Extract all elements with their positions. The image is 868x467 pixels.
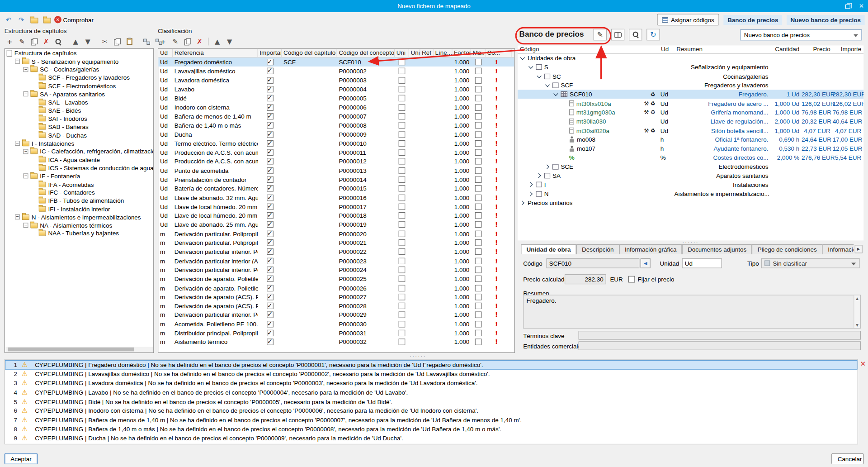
uni1-checkbox[interactable] bbox=[399, 276, 406, 282]
tab-informaci-[interactable]: Informació bbox=[822, 244, 854, 254]
undo-icon[interactable]: ↶ bbox=[3, 14, 14, 24]
chevron-right-icon[interactable] bbox=[545, 164, 550, 169]
ma-checkbox[interactable] bbox=[475, 203, 482, 210]
importar-checkbox[interactable] bbox=[267, 176, 274, 183]
redo-icon[interactable]: ↷ bbox=[16, 14, 27, 24]
chevron-right-icon[interactable] bbox=[528, 191, 533, 196]
importar-checkbox[interactable] bbox=[267, 267, 274, 273]
ma-checkbox[interactable] bbox=[475, 330, 482, 337]
importar-checkbox[interactable] bbox=[267, 330, 274, 337]
uni1-checkbox[interactable] bbox=[399, 185, 406, 192]
ma-checkbox[interactable] bbox=[475, 230, 482, 237]
classification-row[interactable]: UdBañera de 1,40 m o másP00000081.000! bbox=[158, 121, 514, 130]
close-warnings-button[interactable]: ✕ bbox=[860, 360, 866, 368]
classification-row[interactable]: UdDuchaP00000091.000! bbox=[158, 130, 514, 139]
chapter-tree-node[interactable]: SCE - Electrodomésticos bbox=[5, 81, 153, 90]
uni1-checkbox[interactable] bbox=[399, 239, 406, 246]
fijar-precio-checkbox[interactable] bbox=[628, 276, 635, 283]
classification-row[interactable]: mDistribuidor principal. Polipropil...P0… bbox=[158, 329, 514, 338]
importar-checkbox[interactable] bbox=[267, 104, 274, 111]
horizontal-scrollbar[interactable] bbox=[5, 347, 153, 352]
ma-checkbox[interactable] bbox=[475, 212, 482, 219]
chapter-tree-node[interactable]: −SA - Aparatos sanitarios bbox=[5, 90, 153, 98]
importar-checkbox[interactable] bbox=[267, 77, 274, 84]
classification-row[interactable]: mDerivación particular. Polipropil...P00… bbox=[158, 238, 514, 247]
ma-checkbox[interactable] bbox=[475, 167, 482, 174]
chevron-down-icon[interactable] bbox=[520, 56, 525, 61]
bank-row[interactable]: mt30sif020a⚒♻UdSifón botella sencill...1… bbox=[518, 126, 863, 135]
copy-icon[interactable] bbox=[182, 37, 193, 47]
chapter-tree-node[interactable]: −IF - Fontanería bbox=[5, 172, 153, 180]
delete-icon[interactable]: ✗ bbox=[41, 37, 52, 47]
bank-row[interactable]: IInstalaciones bbox=[518, 180, 863, 189]
warning-row[interactable]: 9⚠CYPEPLUMBING | Ducha | No se ha defini… bbox=[5, 434, 858, 443]
ma-checkbox[interactable] bbox=[475, 294, 482, 300]
classification-row[interactable]: UdProducción de A.C.S. con acum...P00000… bbox=[158, 157, 514, 166]
uni1-checkbox[interactable] bbox=[399, 321, 406, 328]
ma-checkbox[interactable] bbox=[475, 59, 482, 66]
column-header-uni2[interactable]: Uni bbox=[409, 49, 420, 57]
add-icon[interactable]: + bbox=[5, 37, 15, 47]
warning-row[interactable]: 6⚠CYPEPLUMBING | Inodoro con cisterna | … bbox=[5, 406, 858, 415]
chapter-tree-node[interactable]: −NA - Aislamientos térmicos bbox=[5, 221, 153, 229]
bank-row[interactable]: mo008hOficial 1ª fontanero.0,690 h24,64 … bbox=[518, 135, 863, 144]
column-header-importar[interactable]: Importar bbox=[258, 49, 282, 57]
uni1-checkbox[interactable] bbox=[399, 131, 406, 138]
bank-row[interactable]: mt31gmg030a⚒♻UdGrifería monomand...1,000… bbox=[518, 108, 863, 117]
classification-row[interactable]: UdPunto de acometidaP00000131.000! bbox=[158, 166, 514, 175]
vertical-scrollbar[interactable]: ▲▼ bbox=[854, 295, 860, 328]
tab-unidad-de-obra[interactable]: Unidad de obra bbox=[521, 244, 576, 254]
ma-checkbox[interactable] bbox=[475, 86, 482, 93]
importar-checkbox[interactable] bbox=[267, 149, 274, 156]
uni1-checkbox[interactable] bbox=[399, 176, 406, 183]
uni1-checkbox[interactable] bbox=[399, 86, 406, 93]
chapter-tree-node[interactable]: −I - Instalaciones bbox=[5, 139, 153, 147]
bank-row[interactable]: SCEElectrodomésticos bbox=[518, 162, 863, 171]
cut-icon[interactable]: ✂ bbox=[99, 37, 110, 47]
classification-row[interactable]: mDerivación particular. Polipropil...P00… bbox=[158, 229, 514, 238]
uni1-checkbox[interactable] bbox=[399, 95, 406, 102]
classification-row[interactable]: mDerivación particular interior. Po...P0… bbox=[158, 247, 514, 256]
bank-row[interactable]: NAislamientos e impermeabilizacio... bbox=[518, 189, 863, 198]
collapse-toggle-icon[interactable]: − bbox=[15, 141, 20, 146]
search-icon[interactable] bbox=[53, 37, 64, 47]
classification-row[interactable]: UdLavavajillas domésticoP00000021.000! bbox=[158, 67, 514, 76]
chevron-right-icon[interactable] bbox=[520, 200, 525, 205]
chapter-tree-node[interactable]: −N - Aislamientos e impermeabilizaciones bbox=[5, 213, 153, 221]
ma-checkbox[interactable] bbox=[475, 149, 482, 156]
importar-checkbox[interactable] bbox=[267, 140, 274, 147]
importar-checkbox[interactable] bbox=[267, 122, 274, 129]
uni1-checkbox[interactable] bbox=[399, 294, 406, 300]
comprobar-icon[interactable]: Comprobar bbox=[54, 14, 94, 24]
uni1-checkbox[interactable] bbox=[399, 59, 406, 66]
ma-checkbox[interactable] bbox=[475, 131, 482, 138]
ma-checkbox[interactable] bbox=[475, 185, 482, 192]
aceptar-button[interactable]: Aceptar bbox=[5, 453, 38, 464]
move-down-icon[interactable]: ▼ bbox=[82, 37, 93, 47]
importar-checkbox[interactable] bbox=[267, 158, 274, 165]
ma-checkbox[interactable] bbox=[475, 194, 482, 201]
cancelar-button[interactable]: Cancelar bbox=[831, 453, 863, 464]
importar-checkbox[interactable] bbox=[267, 257, 274, 264]
uni1-checkbox[interactable] bbox=[399, 203, 406, 210]
uni1-checkbox[interactable] bbox=[399, 303, 406, 310]
classification-row[interactable]: UdInodoro con cisternaP00000061.000! bbox=[158, 103, 514, 112]
bank-row[interactable]: mt30fxs010a⚒♻UdFregadero de acero ...1,0… bbox=[518, 99, 863, 108]
delete-icon[interactable]: ✗ bbox=[194, 37, 205, 47]
ma-checkbox[interactable] bbox=[475, 77, 482, 84]
uni1-checkbox[interactable] bbox=[399, 230, 406, 237]
scrollbar-thumb[interactable] bbox=[8, 348, 134, 352]
column-header-factor[interactable]: Factor bbox=[452, 49, 471, 57]
uni1-checkbox[interactable] bbox=[399, 312, 406, 319]
importar-checkbox[interactable] bbox=[267, 312, 274, 319]
classification-row[interactable]: UdLlave de abonado. 32 mm. Agua...P00000… bbox=[158, 193, 514, 202]
importar-checkbox[interactable] bbox=[267, 294, 274, 300]
chapter-tree-node[interactable]: −IC - Calefacción, refrigeración, climat… bbox=[5, 147, 153, 155]
warning-row[interactable]: 5⚠CYPEPLUMBING | Bidé | No se ha definid… bbox=[5, 397, 858, 406]
chapter-tree-node[interactable]: SCF - Fregaderos y lavaderos bbox=[5, 73, 153, 81]
uni1-checkbox[interactable] bbox=[399, 77, 406, 84]
classification-row[interactable]: mDerivación de aparato (ACS). Pol...P000… bbox=[158, 292, 514, 301]
classification-row[interactable]: UdFregadero domésticoSCFSCF0101.000! bbox=[158, 57, 514, 67]
edit-icon[interactable]: ✎ bbox=[170, 37, 180, 47]
classification-row[interactable]: UdLlave de local húmedo. 20 mm. ...P0000… bbox=[158, 202, 514, 211]
